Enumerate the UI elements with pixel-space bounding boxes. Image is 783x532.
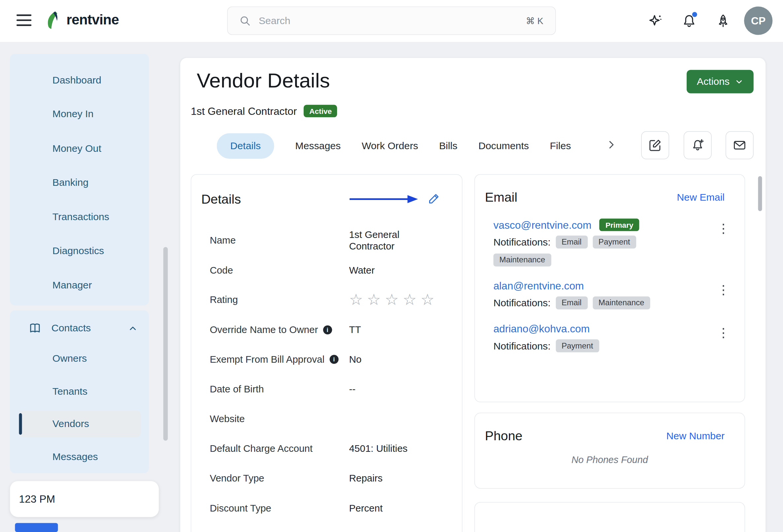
vendor-name: 1st General Contractor [191,105,297,117]
sidebar-section-contacts[interactable]: Contacts [10,314,149,342]
sidebar-item-tenants[interactable]: Tenants [10,375,149,408]
email-address-link[interactable]: adriano@kohva.com [494,323,590,335]
notification-add-icon[interactable] [684,131,712,159]
book-icon [28,322,41,335]
phone-card-title: Phone [485,428,523,443]
sidebar-scrollbar[interactable] [163,247,168,441]
tab-details[interactable]: Details [217,133,274,158]
details-rows: Name 1st General Contractor Code Water R… [210,226,447,523]
notifications-bell-icon[interactable] [679,11,699,31]
no-phones-text: No Phones Found [475,455,745,466]
actions-label: Actions [697,76,729,88]
email-card-title: Email [485,190,517,205]
kebab-menu-icon[interactable]: ⋮ [714,221,732,235]
tab-messages[interactable]: Messages [295,140,341,152]
sidebar-item-label: Diagnostics [53,245,104,257]
sidebar-item-money-in[interactable]: Money In [10,97,149,131]
rocket-icon[interactable] [713,11,733,31]
detail-label: Name [210,234,236,246]
notification-badge: Payment [556,339,599,352]
sidebar-item-label: Messages [53,451,98,463]
email-entry: alan@rentvine.com Notifications: Email M… [475,280,745,309]
sidebar-item-label: Money In [53,108,93,120]
sidebar-item-label: Dashboard [53,74,101,86]
notification-badge: Maintenance [494,253,551,266]
sidebar-item-vendors[interactable]: Vendors [19,411,140,437]
sidebar-item-transactions[interactable]: Transactions [10,200,149,234]
detail-value: Percent [349,502,447,514]
sidebar-item-banking[interactable]: Banking [10,165,149,200]
phone-card: Phone New Number No Phones Found [474,413,745,489]
search-icon [240,15,251,26]
status-badge: Active [304,105,337,118]
details-card-title: Details [201,192,241,207]
search-input[interactable]: Search ⌘ K [227,7,556,35]
detail-label: Code [210,264,233,276]
chevron-down-icon [734,77,743,86]
bottom-blue-bar [15,523,58,532]
email-address-link[interactable]: alan@rentvine.com [494,280,584,292]
sidebar-item-owners[interactable]: Owners [10,342,149,375]
detail-value: Water [349,264,447,276]
detail-label: Default Charge Account [210,443,313,455]
tab-bills[interactable]: Bills [439,140,457,152]
detail-label: Discount Type [210,502,271,514]
tab-files[interactable]: Files [550,140,571,152]
actions-button[interactable]: Actions [687,70,754,93]
tab-documents[interactable]: Documents [478,140,529,152]
leaf-icon [45,10,62,30]
info-icon[interactable]: i [323,325,332,334]
notification-badge: Maintenance [593,296,650,309]
sidebar-item-manager[interactable]: Manager [10,268,149,302]
search-shortcut: ⌘ K [526,15,543,26]
notification-dot [692,12,697,17]
new-email-link[interactable]: New Email [677,192,725,203]
new-number-link[interactable]: New Number [666,430,725,442]
tabs-overflow-chevron-icon[interactable] [606,139,617,152]
detail-row-name: Name 1st General Contractor [210,226,447,255]
sidebar-item-dashboard[interactable]: Dashboard [10,63,149,97]
sidebar-item-messages[interactable]: Messages [10,440,149,473]
detail-label: Override Name to Owner [210,324,318,336]
sidebar-contacts-nav: Contacts Owners Tenants Vendors Messages [10,311,149,473]
clock-text: 123 PM [19,493,55,505]
detail-row-date-of-birth: Date of Birth -- [210,374,447,404]
main-scrollbar[interactable] [758,176,762,211]
compose-note-icon[interactable] [641,131,669,159]
avatar-initials: CP [751,15,765,27]
menu-icon[interactable] [17,14,31,27]
kebab-menu-icon[interactable]: ⋮ [714,283,732,296]
kebab-menu-icon[interactable]: ⋮ [714,326,732,339]
avatar[interactable]: CP [744,7,773,35]
notifications-label: Notifications: [494,298,551,309]
main-panel: Vendor Details Actions 1st General Contr… [180,57,766,532]
tab-bar: Details Messages Work Orders Bills Docum… [217,132,597,159]
sidebar-item-money-out[interactable]: Money Out [10,131,149,166]
detail-label: Rating [210,294,238,306]
vendor-subtitle: 1st General Contractor Active [191,105,337,118]
notification-badge: Email [556,236,588,249]
detail-label: Vendor Type [210,473,264,484]
notification-badge: Payment [593,236,636,249]
detail-value: 1st General Contractor [349,229,447,252]
detail-value: 4501: Utilities [349,443,447,455]
logo[interactable]: rentvine [45,10,119,30]
detail-value: TT [349,324,447,336]
detail-value: Repairs [349,473,447,484]
email-entry: vasco@rentvine.com Primary Notifications… [475,218,745,266]
sidebar-item-label: Banking [53,177,89,188]
sidebar-item-diagnostics[interactable]: Diagnostics [10,234,149,268]
logo-text: rentvine [66,12,119,28]
detail-row-vendor-type: Vendor Type Repairs [210,463,447,493]
detail-value: -- [349,383,447,395]
primary-badge: Primary [599,218,639,231]
detail-row-override-name: Override Name to Owner i TT [210,315,447,345]
tab-work-orders[interactable]: Work Orders [362,140,418,152]
ai-sparkle-icon[interactable] [645,11,665,31]
rating-stars-icon[interactable]: ☆☆☆☆☆ [349,291,438,309]
info-icon[interactable]: i [330,355,338,364]
email-envelope-icon[interactable] [726,131,754,159]
email-address-link[interactable]: vasco@rentvine.com [494,219,592,231]
detail-row-exempt-bill-approval: Exempt From Bill Approval i No [210,345,447,374]
edit-pencil-icon[interactable] [428,192,440,207]
